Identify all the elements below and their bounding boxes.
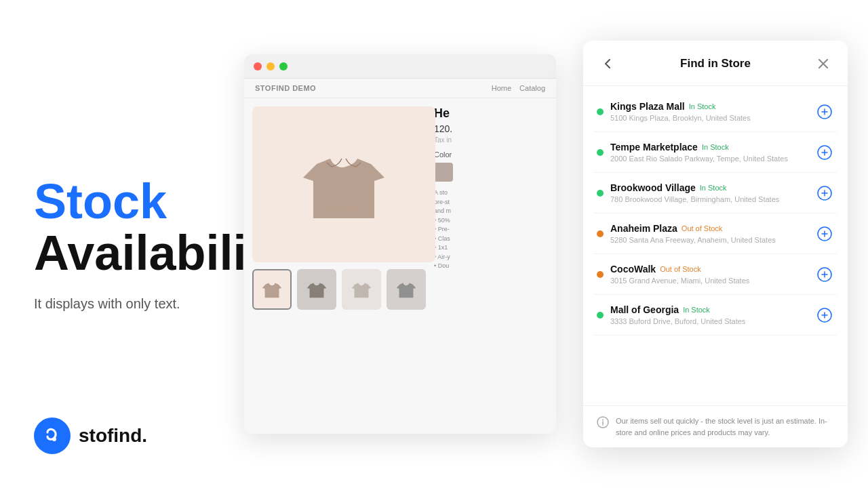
store-info: Kings Plaza Mall In Stock 5100 Kings Pla… <box>610 101 808 122</box>
store-dot <box>597 149 604 156</box>
thumb-4[interactable] <box>387 269 426 310</box>
store-name-row: Tempe Marketplace In Stock <box>610 142 808 152</box>
product-price: 120. <box>434 123 549 134</box>
store-name: CocoWalk <box>610 264 656 274</box>
nav-links: Home Catalog <box>492 84 545 92</box>
store-name-row: CocoWalk Out of Stock <box>610 264 808 274</box>
product-description: A stopre-stand m• 50%• Pre-• Clas• 1x1• … <box>434 188 549 271</box>
store-name-row: Mall of Georgia In Stock <box>610 304 808 315</box>
stock-badge: Out of Stock <box>660 265 701 273</box>
dot-green <box>279 62 288 70</box>
brand-name: stofind. <box>79 425 147 447</box>
thumb-2-img <box>304 277 330 302</box>
store-name: Brookwood Village <box>610 182 696 193</box>
dot-red <box>254 62 262 70</box>
store-item: Kings Plaza Mall In Stock 5100 Kings Pla… <box>594 92 837 132</box>
store-address: 5100 Kings Plaza, Brooklyn, United State… <box>610 114 808 122</box>
close-icon <box>818 59 828 68</box>
thumb-1[interactable] <box>252 269 292 310</box>
browser-store-name: STOFIND DEMO <box>255 84 316 92</box>
plus-circle-icon <box>817 267 832 282</box>
stock-badge: In Stock <box>702 143 729 151</box>
store-info: Mall of Georgia In Stock 3333 Buford Dri… <box>610 304 808 325</box>
store-dot <box>597 190 604 197</box>
store-dot <box>597 312 604 319</box>
stock-badge: Out of Stock <box>682 224 723 232</box>
stofind-logo-svg <box>42 426 62 446</box>
dot-yellow <box>267 62 275 70</box>
store-item: Anaheim Plaza Out of Stock 5280 Santa An… <box>594 214 837 254</box>
store-address: 780 Brookwood Village, Birmingham, Unite… <box>610 195 808 203</box>
thumb-4-img <box>393 277 419 302</box>
panel-title: Find in Store <box>680 57 751 70</box>
store-add-button[interactable] <box>815 224 834 243</box>
sweatshirt-image <box>290 130 398 239</box>
product-title: He <box>434 106 549 121</box>
panel-footer: Our items sell out quickly - the stock l… <box>583 405 848 447</box>
store-item: Tempe Marketplace In Stock 2000 East Rio… <box>594 132 837 173</box>
close-button[interactable] <box>812 53 834 75</box>
browser-content: HELSINKI <box>244 98 556 429</box>
nav-home: Home <box>492 84 511 92</box>
plus-circle-icon <box>817 308 832 323</box>
thumb-2[interactable] <box>297 269 336 310</box>
main-product-image: HELSINKI <box>252 106 435 262</box>
info-icon <box>597 416 609 428</box>
thumbnails <box>252 269 426 310</box>
store-add-button[interactable] <box>815 143 834 162</box>
stock-badge: In Stock <box>683 306 710 314</box>
store-dot <box>597 230 604 237</box>
store-dot <box>597 108 604 115</box>
nav-catalog: Catalog <box>519 84 545 92</box>
stores-list: Kings Plaza Mall In Stock 5100 Kings Pla… <box>583 86 848 405</box>
back-icon <box>604 58 611 69</box>
product-tax: Tax in <box>434 136 549 144</box>
store-address: 2000 East Rio Salado Parkway, Tempe, Uni… <box>610 155 808 163</box>
store-address: 3333 Buford Drive, Buford, United States <box>610 317 808 325</box>
browser-nav: STOFIND DEMO Home Catalog <box>244 79 556 98</box>
product-image-area: HELSINKI <box>244 98 434 429</box>
plus-circle-icon <box>817 104 832 119</box>
logo-icon <box>34 418 71 454</box>
store-name: Mall of Georgia <box>610 304 679 315</box>
store-add-button[interactable] <box>815 265 834 284</box>
thumb-3-img <box>349 277 374 302</box>
store-address: 3015 Grand Avenue, Miami, United States <box>610 277 808 285</box>
store-info: Brookwood Village In Stock 780 Brookwood… <box>610 182 808 203</box>
browser-titlebar <box>244 54 556 79</box>
footer-disclaimer: Our items sell out quickly - the stock l… <box>616 415 834 438</box>
stock-badge: In Stock <box>700 184 727 192</box>
svg-point-0 <box>52 437 56 441</box>
store-address: 5280 Santa Ana Freeway, Anaheim, United … <box>610 236 808 244</box>
panel-header: Find in Store <box>583 41 848 86</box>
product-info: He 120. Tax in Color A stopre-stand m• 5… <box>434 98 556 429</box>
store-name-row: Brookwood Village In Stock <box>610 182 808 193</box>
plus-circle-icon <box>817 145 832 160</box>
store-name-row: Kings Plaza Mall In Stock <box>610 101 808 112</box>
store-add-button[interactable] <box>815 184 834 203</box>
store-info: CocoWalk Out of Stock 3015 Grand Avenue,… <box>610 264 808 285</box>
store-item: CocoWalk Out of Stock 3015 Grand Avenue,… <box>594 254 837 295</box>
store-add-button[interactable] <box>815 102 834 121</box>
store-name-row: Anaheim Plaza Out of Stock <box>610 223 808 234</box>
browser-mockup: STOFIND DEMO Home Catalog HELSINKI <box>244 54 556 434</box>
back-button[interactable] <box>597 53 618 75</box>
color-swatch[interactable] <box>434 163 453 182</box>
store-info: Tempe Marketplace In Stock 2000 East Rio… <box>610 142 808 163</box>
plus-circle-icon <box>817 226 832 241</box>
svg-point-8 <box>602 420 604 421</box>
plus-circle-icon <box>817 186 832 201</box>
color-label: Color <box>434 150 549 159</box>
store-info: Anaheim Plaza Out of Stock 5280 Santa An… <box>610 223 808 244</box>
store-name: Kings Plaza Mall <box>610 101 685 112</box>
store-dot <box>597 271 604 278</box>
thumb-3[interactable] <box>342 269 381 310</box>
logo-area: stofind. <box>34 418 147 454</box>
store-item: Brookwood Village In Stock 780 Brookwood… <box>594 173 837 214</box>
product-helsinki-label: HELSINKI <box>324 205 363 211</box>
thumb-1-img <box>259 277 285 302</box>
store-name: Tempe Marketplace <box>610 142 698 152</box>
find-in-store-panel: Find in Store Kings Plaza Mall In Stock … <box>583 41 848 447</box>
store-add-button[interactable] <box>815 306 834 325</box>
stock-badge: In Stock <box>689 102 716 110</box>
